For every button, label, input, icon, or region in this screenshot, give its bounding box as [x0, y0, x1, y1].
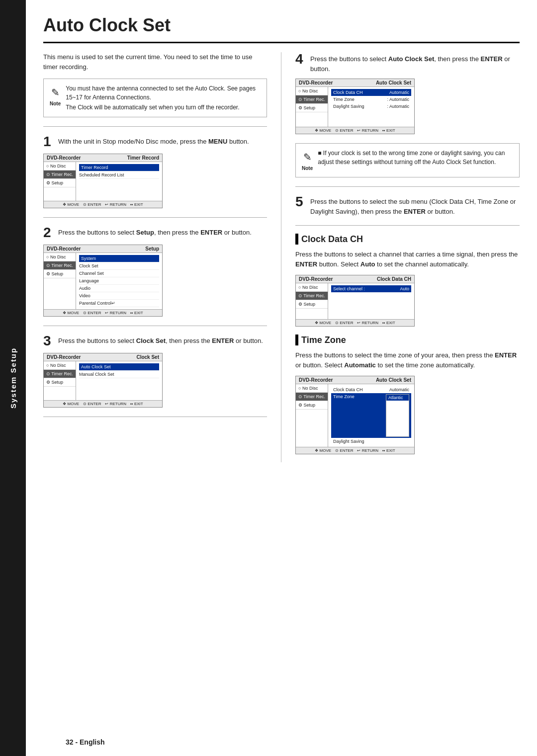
- step-4-dvd-right: Auto Clock Set: [376, 80, 411, 85]
- step-2-number: 2: [43, 226, 54, 240]
- right-column: 4 Press the buttons to select Auto Clock…: [281, 52, 520, 462]
- section-clock-data: Clock Data CH Press the buttons to selec…: [295, 234, 520, 327]
- step-5-number: 5: [295, 195, 306, 209]
- step-2-dvd-right: Setup: [145, 246, 159, 252]
- step-4-number: 4: [295, 52, 306, 66]
- timezone-footer-exit: ▪▪ EXIT: [382, 448, 395, 453]
- step-1-dvd-right-panel: Timer Record Scheduled Record List: [76, 162, 162, 201]
- timezone-setup: ⚙ Setup: [296, 401, 328, 410]
- tz-row-timezone: Time Zone Atlantic Eastern Central Mount…: [331, 393, 411, 438]
- clock-dvd-footer: ❖ MOVE ⊙ ENTER ↩ RETURN ▪▪ EXIT: [296, 319, 414, 326]
- tz-row-daylight: Daylight Saving: [331, 438, 411, 445]
- step-1-footer-move: ❖ MOVE: [63, 202, 79, 207]
- note-label-2: Note: [302, 165, 313, 172]
- timezone-dvd-right-panel: Clock Data CHAutomatic Time Zone Atlanti…: [328, 384, 414, 447]
- step-3-timer-rec: ⊙ Timer Rec.: [44, 370, 76, 378]
- step-1-dvd-body: ○ No Disc ⊙ Timer Rec. ⚙ Setup Timer Rec…: [44, 162, 162, 201]
- step-4-row-daylight: Daylight Saving: Automatic: [331, 103, 411, 110]
- clock-footer-exit: ▪▪ EXIT: [382, 321, 395, 325]
- clock-data-text: Press the buttons to select a channel th…: [295, 250, 520, 269]
- section-time-zone: Time Zone Press the buttons to select th…: [295, 335, 520, 454]
- tz-row-clockdata: Clock Data CHAutomatic: [331, 386, 411, 393]
- step-4-dvd-header: DVD-Recorder Auto Clock Set: [296, 79, 414, 87]
- note-text-2: ■ If your clock is set to the wrong time…: [318, 149, 513, 167]
- timezone-bar: [295, 335, 298, 345]
- step-2-timer-rec: ⊙ Timer Rec.: [44, 261, 76, 270]
- timezone-text: Press the buttons to select the time zon…: [295, 350, 520, 370]
- step-4-row-clockdata: Clock Data CHAutomatic: [331, 89, 411, 96]
- timezone-dvd-body: ○ No Disc ⊙ Timer Rec. ⚙ Setup Clock Dat…: [296, 384, 414, 447]
- step-2-row-system: System: [79, 255, 159, 262]
- note-icon-2: ✎: [303, 150, 312, 165]
- tz-option-eastern: Eastern: [386, 401, 409, 407]
- step-4-no-disc: ○ No Disc: [296, 87, 328, 95]
- note-content-1: You must have the antenna connected to s…: [66, 84, 261, 112]
- step-2-footer-exit: ▪▪ EXIT: [130, 311, 143, 315]
- step-4-timer-rec: ⊙ Timer Rec.: [296, 95, 328, 104]
- tz-option-atlantic: Atlantic: [386, 395, 409, 401]
- sidebar: System Setup: [0, 0, 26, 756]
- step-4-row-timezone: Time Zone: Automatic: [331, 96, 411, 103]
- step-1-footer-enter: ⊙ ENTER: [83, 202, 101, 207]
- step-3-footer-move: ❖ MOVE: [63, 402, 79, 406]
- step-2-dvd-footer: ❖ MOVE ⊙ ENTER ↩ RETURN ▪▪ EXIT: [44, 309, 162, 316]
- step-4-setup: ⚙ Setup: [296, 104, 328, 112]
- step-3-dvd-body: ○ No Disc ⊙ Timer Rec. ⚙ Setup Auto Cloc…: [44, 361, 162, 400]
- step-4-dvd-ui: DVD-Recorder Auto Clock Set ○ No Disc ⊙ …: [295, 79, 415, 134]
- step-1: 1 With the unit in Stop mode/No Disc mod…: [43, 135, 267, 208]
- clock-footer-move: ❖ MOVE: [315, 321, 331, 325]
- timezone-dvd-left: DVD-Recorder: [299, 377, 333, 383]
- step-3-text: Press the buttons to select Clock Set, t…: [58, 334, 263, 346]
- step-4-dvd-left: DVD-Recorder: [299, 80, 333, 85]
- clock-dvd-body: ○ No Disc ⊙ Timer Rec. ⚙ Setup Select ch…: [296, 283, 414, 319]
- step-2: 2 Press the buttons to select Setup, the…: [43, 226, 267, 317]
- step-5-text: Press the buttons to select the sub menu…: [310, 195, 520, 216]
- step-2-row-audio: Audio: [79, 285, 159, 292]
- step-2-dvd-body: ○ No Disc ⊙ Timer Rec. ⚙ Setup System Cl…: [44, 253, 162, 309]
- page-footer: 32 - English: [66, 738, 105, 746]
- step-1-setup: ⚙ Setup: [44, 179, 76, 187]
- step-1-dvd-ui: DVD-Recorder Timer Record ○ No Disc ⊙ Ti…: [43, 154, 163, 208]
- step-2-row-video: Video: [79, 292, 159, 300]
- timezone-dvd-left-panel: ○ No Disc ⊙ Timer Rec. ⚙ Setup: [296, 384, 328, 447]
- step-1-text: With the unit in Stop mode/No Disc mode,…: [58, 135, 249, 147]
- step-2-setup: ⚙ Setup: [44, 270, 76, 278]
- clock-dvd-left-panel: ○ No Disc ⊙ Timer Rec. ⚙ Setup: [296, 283, 328, 319]
- intro-text: This menu is used to set the current tim…: [43, 52, 267, 72]
- timezone-footer-move: ❖ MOVE: [315, 448, 331, 453]
- step-5: 5 Press the buttons to select the sub me…: [295, 195, 520, 216]
- note-line-2: The Clock will be automatically set when…: [66, 103, 261, 112]
- step-1-header: 1 With the unit in Stop mode/No Disc mod…: [43, 135, 267, 149]
- clock-dvd-right: Clock Data CH: [377, 276, 411, 282]
- tz-option-central: Central: [386, 407, 409, 413]
- step-4-footer-return: ↩ RETURN: [357, 128, 378, 133]
- step-4-dvd-right-panel: Clock Data CHAutomatic Time Zone: Automa…: [328, 87, 414, 127]
- timezone-dvd-ui: DVD-Recorder Auto Clock Set ○ No Disc ⊙ …: [295, 376, 415, 454]
- step-2-dvd-right-panel: System Clock Set Channel Set Language Au…: [76, 253, 162, 309]
- step-2-dvd-ui: DVD-Recorder Setup ○ No Disc ⊙ Timer Rec…: [43, 245, 163, 317]
- step-3-row-manual: Manual Clock Set: [79, 371, 159, 378]
- step-3-footer-enter: ⊙ ENTER: [83, 402, 101, 406]
- step-2-no-disc: ○ No Disc: [44, 253, 76, 261]
- step-3-dvd-header: DVD-Recorder Clock Set: [44, 353, 162, 361]
- note-line-1: You must have the antenna connected to s…: [66, 84, 261, 102]
- step-3-row-auto: Auto Clock Set: [79, 363, 159, 371]
- tz-option-alaska: Alaska: [386, 424, 409, 430]
- step-2-row-language: Language: [79, 277, 159, 285]
- step-1-no-disc: ○ No Disc: [44, 162, 76, 170]
- step-2-dvd-left: DVD-Recorder: [47, 246, 81, 252]
- step-4-dvd-left-panel: ○ No Disc ⊙ Timer Rec. ⚙ Setup: [296, 87, 328, 127]
- step-2-row-channelset: Channel Set: [79, 270, 159, 277]
- step-3-no-disc: ○ No Disc: [44, 361, 76, 370]
- step-2-footer-move: ❖ MOVE: [63, 311, 79, 315]
- note-box-2: ✎ Note ■ If your clock is set to the wro…: [295, 143, 520, 177]
- step-3-dvd-right: Clock Set: [136, 354, 159, 360]
- step-2-footer-enter: ⊙ ENTER: [83, 311, 101, 315]
- timezone-dvd-header: DVD-Recorder Auto Clock Set: [296, 376, 414, 384]
- clock-timer-rec: ⊙ Timer Rec.: [296, 292, 328, 300]
- step-2-header: 2 Press the buttons to select Setup, the…: [43, 226, 267, 240]
- step-3-dvd-right-panel: Auto Clock Set Manual Clock Set: [76, 361, 162, 400]
- step-3-dvd-left: DVD-Recorder: [47, 354, 81, 360]
- timezone-timer-rec: ⊙ Timer Rec.: [296, 393, 328, 401]
- clock-data-title: Clock Data CH: [301, 234, 363, 245]
